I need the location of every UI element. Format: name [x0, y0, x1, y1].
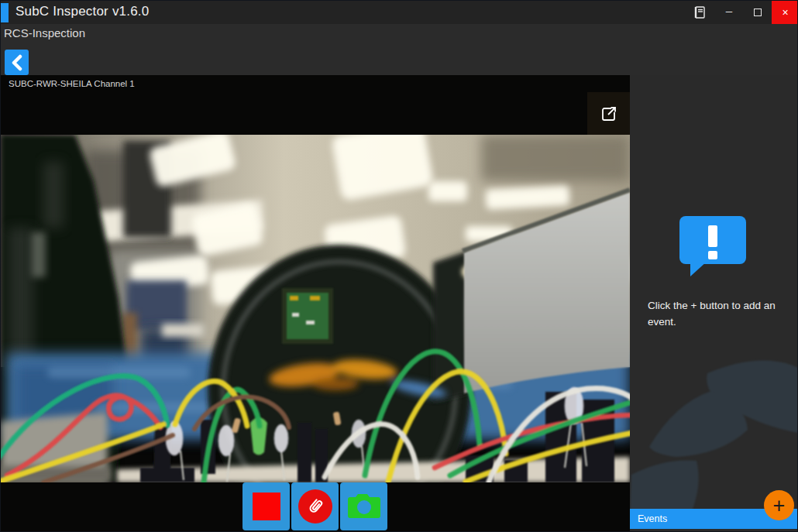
- channel-label: SUBC-RWR-SHEILA Channel 1: [9, 79, 135, 88]
- add-event-button[interactable]: +: [764, 490, 794, 520]
- minimize-button[interactable]: –: [715, 1, 743, 24]
- video-feed: [1, 135, 630, 482]
- app-logo-icon: [1, 3, 9, 22]
- log-journal-icon[interactable]: [686, 1, 714, 24]
- open-external-button[interactable]: [587, 92, 630, 135]
- titlebar: SubC Inspector v1.6.0 – ×: [1, 1, 798, 24]
- alert-bubble-icon: [679, 216, 746, 276]
- back-button[interactable]: [5, 50, 29, 75]
- snapshot-button[interactable]: [340, 482, 387, 530]
- attach-circle: [298, 489, 332, 523]
- stop-record-button[interactable]: [242, 482, 290, 530]
- window-title: SubC Inspector v1.6.0: [15, 4, 149, 19]
- stop-record-icon: [253, 493, 280, 520]
- events-empty-state: Click the + button to add an event.: [648, 298, 784, 331]
- events-header-label: Events: [638, 513, 667, 524]
- paperclip-icon: [301, 493, 329, 521]
- maximize-icon: [754, 9, 762, 16]
- maximize-button[interactable]: [745, 1, 771, 24]
- video-toolbar: [242, 482, 390, 530]
- app-window: SubC Inspector v1.6.0 – × RCS-Inspection…: [0, 0, 798, 532]
- project-name: RCS-Inspection: [4, 26, 85, 39]
- camera-icon: [346, 493, 382, 520]
- attach-file-button[interactable]: [291, 482, 339, 530]
- events-panel: Click the + button to add an event. Even…: [630, 75, 798, 532]
- chevron-left-icon: [9, 54, 25, 71]
- open-external-icon: [600, 105, 618, 123]
- close-button[interactable]: ×: [772, 1, 798, 24]
- video-panel: SUBC-RWR-SHEILA Channel 1: [1, 75, 630, 532]
